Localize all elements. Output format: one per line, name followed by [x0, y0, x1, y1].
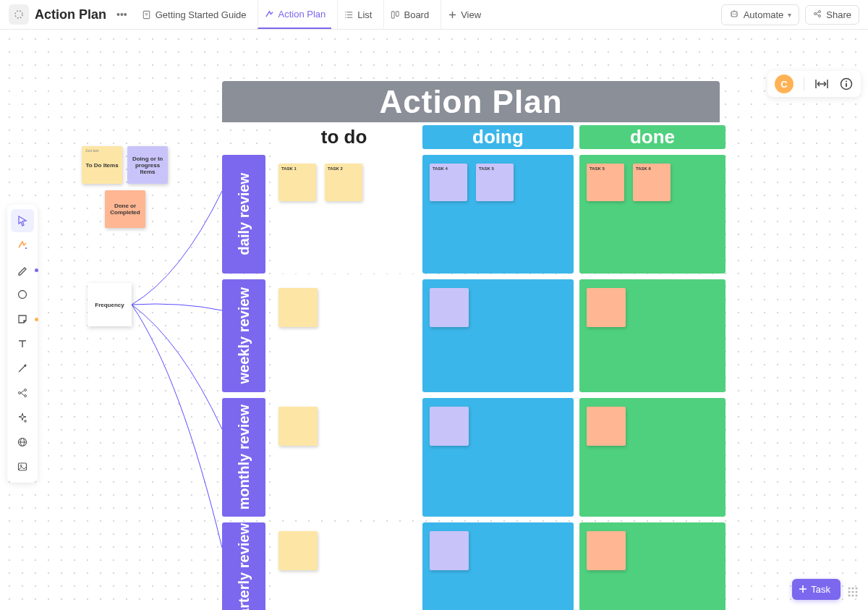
svg-point-23 [19, 291, 27, 299]
cell-weekly-todo[interactable] [271, 279, 417, 392]
tab-action-plan[interactable]: Action Plan [258, 0, 331, 29]
svg-point-8 [345, 14, 346, 14]
sticky-blank[interactable] [587, 531, 626, 570]
svg-point-15 [732, 13, 733, 14]
col-head-todo: to do [271, 125, 417, 149]
mindmap-tool[interactable] [11, 381, 34, 404]
sticky-task2[interactable]: TASK 2 [325, 164, 362, 201]
cell-quarterly-todo[interactable] [271, 522, 417, 610]
divider [804, 77, 804, 91]
automate-button[interactable]: Automate ▾ [721, 4, 800, 25]
sticky-blank[interactable] [430, 288, 469, 327]
automate-label: Automate [744, 9, 784, 20]
sticky-blank[interactable] [278, 531, 318, 570]
col-head-done: done [579, 125, 726, 149]
plus-icon [447, 9, 457, 20]
grid-corner [222, 125, 265, 149]
cell-weekly-done[interactable] [579, 279, 726, 392]
svg-line-22 [817, 14, 819, 15]
svg-point-18 [814, 12, 817, 14]
svg-rect-10 [391, 11, 394, 17]
row-head-daily: daily review [222, 155, 265, 274]
cell-monthly-done[interactable] [579, 398, 726, 517]
page-title[interactable]: Action Plan [35, 7, 106, 22]
sticky-blank[interactable] [430, 407, 469, 446]
web-tool[interactable] [11, 431, 34, 454]
board-grid: to do doing done daily review TASK 1 TAS… [222, 125, 720, 610]
svg-point-46 [851, 587, 854, 589]
cell-monthly-todo[interactable] [271, 398, 417, 517]
connector-tool[interactable] [11, 357, 34, 380]
svg-point-47 [855, 587, 857, 589]
ai-tool[interactable] [11, 406, 34, 429]
sticky-blank[interactable] [587, 407, 626, 446]
sticky-task1[interactable]: TASK 1 [278, 164, 316, 201]
svg-point-28 [25, 389, 27, 391]
avatar[interactable]: C [775, 75, 793, 93]
image-tool[interactable] [11, 455, 34, 478]
cell-daily-doing[interactable]: TASK 4 TASK 5 [422, 155, 574, 274]
svg-point-51 [848, 594, 850, 596]
legend-done-sticky[interactable]: Done or Completed [105, 190, 145, 228]
whiteboard-icon[interactable] [9, 4, 29, 25]
create-task-button[interactable]: Task [792, 579, 841, 600]
select-tool[interactable] [11, 209, 34, 232]
shape-tool[interactable] [11, 283, 34, 306]
legend-todo-sticky[interactable]: Just text To Do Items [82, 146, 122, 184]
whiteboard-tab-icon [264, 9, 274, 19]
legend-doing-sticky[interactable]: Doing or In progress Items [127, 146, 168, 184]
tab-add-view[interactable]: View [441, 0, 487, 29]
apps-icon[interactable] [845, 584, 861, 600]
board-icon [390, 9, 400, 20]
sticky-task5b[interactable]: TASK 5 [587, 164, 624, 201]
svg-point-53 [855, 594, 857, 596]
sticky-blank[interactable] [587, 288, 626, 327]
sticky-tool[interactable] [11, 308, 34, 331]
presence-toolbar: C [767, 71, 861, 97]
svg-point-20 [819, 14, 821, 17]
board-title: Action Plan [379, 84, 562, 120]
generate-tool[interactable] [11, 234, 34, 257]
svg-point-0 [15, 11, 22, 18]
cell-daily-done[interactable]: TASK 5 TASK 6 [579, 155, 726, 274]
pen-tool[interactable] [11, 258, 34, 281]
task-label: Task [811, 584, 830, 595]
tab-list[interactable]: List [337, 0, 378, 29]
cell-monthly-doing[interactable] [422, 398, 574, 517]
row-head-monthly: monthly review [222, 398, 265, 517]
fit-width-icon[interactable] [814, 77, 829, 91]
board-titlebar: Action Plan [222, 81, 720, 122]
tab-board[interactable]: Board [383, 0, 435, 29]
svg-point-9 [345, 17, 346, 17]
svg-point-29 [25, 395, 27, 397]
svg-point-49 [851, 590, 854, 593]
sticky-task6[interactable]: TASK 6 [633, 164, 671, 201]
sticky-task5[interactable]: TASK 5 [476, 164, 514, 201]
text-tool[interactable] [11, 332, 34, 355]
cell-quarterly-done[interactable] [579, 522, 726, 610]
cell-quarterly-doing[interactable] [422, 522, 574, 610]
cell-daily-todo[interactable]: TASK 1 TASK 2 [271, 155, 417, 274]
chevron-down-icon: ▾ [788, 11, 791, 19]
sticky-blank[interactable] [278, 288, 318, 327]
row-head-weekly: weekly review [222, 279, 265, 392]
legend-label: To Do Items [85, 162, 118, 169]
svg-point-48 [848, 590, 850, 593]
info-icon[interactable] [839, 77, 854, 91]
sticky-task4[interactable]: TASK 4 [430, 164, 467, 201]
whiteboard-canvas[interactable]: Just text To Do Items Doing or In progre… [0, 30, 868, 610]
sticky-blank[interactable] [430, 531, 469, 570]
cell-weekly-doing[interactable] [422, 279, 574, 392]
sticky-blank[interactable] [278, 407, 318, 446]
tab-label: List [357, 9, 372, 20]
share-button[interactable]: Share [805, 5, 859, 25]
more-icon[interactable]: ••• [114, 9, 130, 20]
topbar: Action Plan ••• Getting Started Guide Ac… [0, 0, 868, 30]
tab-label: Action Plan [278, 9, 326, 20]
svg-point-27 [19, 392, 21, 394]
tab-guide[interactable]: Getting Started Guide [136, 0, 252, 29]
share-label: Share [826, 9, 851, 20]
legend-label: Done or Completed [108, 203, 142, 216]
frequency-card[interactable]: Frequency [88, 283, 132, 326]
robot-icon [729, 9, 739, 21]
